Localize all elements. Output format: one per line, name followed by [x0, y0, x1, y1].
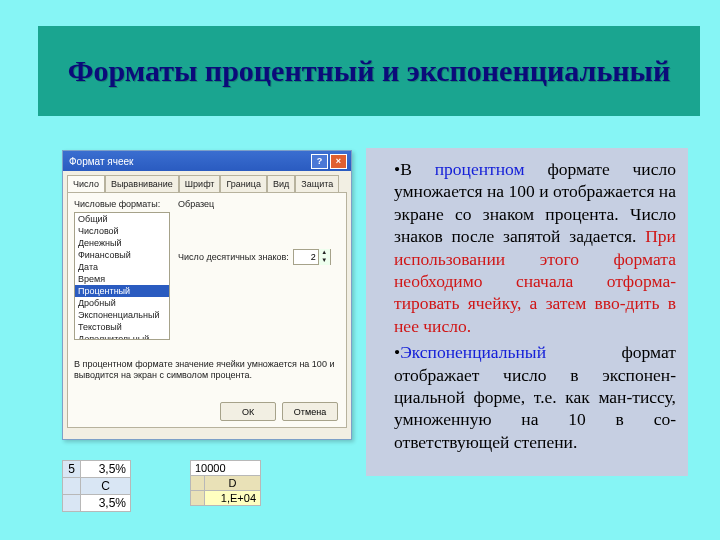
- row-header: 5: [63, 461, 81, 478]
- tab-number[interactable]: Число: [67, 175, 105, 192]
- formats-label: Числовые форматы:: [74, 199, 170, 209]
- decimal-spinner[interactable]: ▲ ▼: [293, 249, 331, 265]
- example-exp-cells: 10000 D 1,E+04: [190, 460, 261, 506]
- format-option[interactable]: Текстовый: [75, 321, 169, 333]
- example-percent-cells: 5 3,5% C 3,5%: [62, 460, 131, 512]
- dialog-caption: Формат ячеек: [69, 156, 133, 167]
- format-option[interactable]: Дробный: [75, 297, 169, 309]
- col-header: C: [81, 478, 131, 495]
- format-option[interactable]: Общий: [75, 213, 169, 225]
- slide-title-bar: Форматы процентный и экспоненциальный: [38, 26, 700, 116]
- format-option[interactable]: Экспоненциальный: [75, 309, 169, 321]
- cancel-button[interactable]: Отмена: [282, 402, 338, 421]
- sample-label: Образец: [178, 199, 340, 209]
- help-button[interactable]: ?: [311, 154, 328, 169]
- formats-listbox[interactable]: ОбщийЧисловойДенежныйФинансовыйДатаВремя…: [74, 212, 170, 340]
- tab-view[interactable]: Вид: [267, 175, 295, 192]
- slide-title: Форматы процентный и экспоненциальный: [68, 54, 671, 89]
- spinner-down-icon[interactable]: ▼: [318, 257, 330, 265]
- paragraph-exponential: •Экспоненциальный формат отображает числ…: [378, 341, 676, 453]
- cell-value: 1,E+04: [205, 491, 261, 506]
- format-cells-dialog: Формат ячеек ? × Число Выравнивание Шриф…: [62, 150, 352, 440]
- decimal-input[interactable]: [294, 252, 318, 262]
- format-option[interactable]: Финансовый: [75, 249, 169, 261]
- formula-bar-value: 10000: [191, 461, 261, 476]
- tab-font[interactable]: Шрифт: [179, 175, 221, 192]
- format-option[interactable]: Денежный: [75, 237, 169, 249]
- format-option[interactable]: Числовой: [75, 225, 169, 237]
- paragraph-percent: •В процентном формате число умножается н…: [378, 158, 676, 337]
- explanation-text: •В процентном формате число умножается н…: [366, 148, 688, 476]
- dialog-tabs: Число Выравнивание Шрифт Граница Вид Защ…: [63, 171, 351, 192]
- close-button[interactable]: ×: [330, 154, 347, 169]
- sample-value: [178, 211, 340, 223]
- spinner-up-icon[interactable]: ▲: [318, 249, 330, 257]
- cell-value: 3,5%: [81, 495, 131, 512]
- col-header: D: [205, 476, 261, 491]
- dialog-titlebar: Формат ячеек ? ×: [63, 151, 351, 171]
- format-option[interactable]: Время: [75, 273, 169, 285]
- format-option[interactable]: Дополнительный: [75, 333, 169, 340]
- format-description: В процентном формате значение ячейки умн…: [74, 359, 340, 381]
- cell-value: 3,5%: [81, 461, 131, 478]
- ok-button[interactable]: ОК: [220, 402, 276, 421]
- dialog-body: Числовые форматы: ОбщийЧисловойДенежныйФ…: [67, 192, 347, 428]
- decimal-label: Число десятичных знаков:: [178, 252, 289, 262]
- format-option[interactable]: Дата: [75, 261, 169, 273]
- tab-alignment[interactable]: Выравнивание: [105, 175, 179, 192]
- format-option[interactable]: Процентный: [75, 285, 169, 297]
- tab-border[interactable]: Граница: [220, 175, 267, 192]
- tab-protection[interactable]: Защита: [295, 175, 339, 192]
